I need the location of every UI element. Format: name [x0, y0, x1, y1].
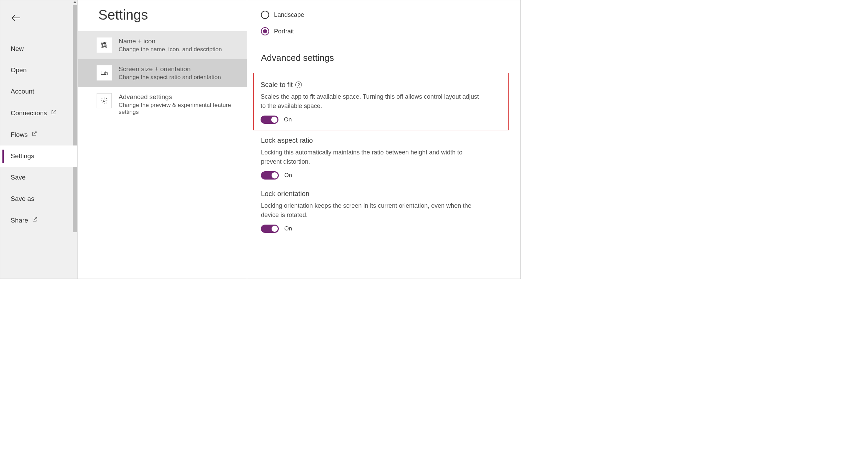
orientation-radio-group: Landscape Portrait — [261, 11, 507, 35]
category-desc: Change the preview & experimental featur… — [119, 102, 237, 116]
detail-panel: Landscape Portrait Advanced settings Sca… — [247, 0, 520, 279]
sidebar-item-label: Connections — [11, 109, 47, 117]
highlight-box: Scale to fit ? Scales the app to fit ava… — [253, 73, 509, 130]
sidebar-item-share[interactable]: Share — [0, 209, 77, 231]
sidebar-item-save[interactable]: Save — [0, 167, 77, 188]
toggle-lock-aspect[interactable] — [261, 171, 279, 180]
sidebar-item-open[interactable]: Open — [0, 60, 77, 81]
page-title: Settings — [78, 0, 247, 31]
setting-desc: Locking this automatically maintains the… — [261, 148, 484, 166]
name-icon-icon — [97, 37, 112, 53]
category-title: Advanced settings — [119, 93, 237, 101]
radio-label: Portrait — [274, 28, 294, 35]
help-icon[interactable]: ? — [295, 82, 302, 88]
toggle-state-label: On — [284, 116, 292, 123]
sidebar-item-label: New — [11, 45, 24, 53]
category-screen-size[interactable]: Screen size + orientation Change the asp… — [78, 59, 247, 87]
category-desc: Change the name, icon, and description — [119, 46, 222, 53]
setting-lock-orientation: Lock orientation Locking orientation kee… — [261, 190, 507, 233]
radio-landscape[interactable]: Landscape — [261, 11, 507, 19]
sidebar-item-account[interactable]: Account — [0, 81, 77, 102]
sidebar-item-label: Share — [11, 217, 28, 224]
category-name-icon[interactable]: Name + icon Change the name, icon, and d… — [78, 31, 247, 59]
sidebar-item-label: Settings — [11, 152, 34, 160]
settings-category-panel: Settings Name + icon Change the name, ic… — [78, 0, 247, 279]
external-link-icon — [32, 216, 38, 224]
sidebar-item-label: Open — [11, 66, 26, 74]
radio-portrait[interactable]: Portrait — [261, 27, 507, 35]
sidebar-item-label: Flows — [11, 131, 28, 139]
gear-icon — [97, 93, 112, 108]
setting-title: Scale to fit — [261, 81, 293, 89]
setting-lock-aspect: Lock aspect ratio Locking this automatic… — [261, 137, 507, 180]
setting-scale-to-fit: Scale to fit ? Scales the app to fit ava… — [261, 81, 502, 124]
setting-title: Lock orientation — [261, 190, 309, 198]
toggle-state-label: On — [284, 172, 292, 179]
category-title: Name + icon — [119, 37, 222, 45]
sidebar-item-label: Account — [11, 88, 34, 95]
sidebar-item-settings[interactable]: Settings — [0, 145, 77, 167]
setting-title: Lock aspect ratio — [261, 137, 313, 144]
category-desc: Change the aspect ratio and orientation — [119, 74, 221, 81]
arrow-left-icon — [11, 12, 22, 23]
setting-desc: Locking orientation keeps the screen in … — [261, 201, 484, 220]
scroll-up-icon[interactable] — [73, 1, 77, 3]
sidebar-item-new[interactable]: New — [0, 38, 77, 60]
category-title: Screen size + orientation — [119, 65, 221, 73]
toggle-state-label: On — [284, 225, 292, 232]
toggle-scale-to-fit[interactable] — [261, 116, 278, 124]
sidebar: New Open Account Connections Flows Setti… — [0, 0, 78, 279]
sidebar-item-label: Save — [11, 174, 25, 181]
external-link-icon — [51, 109, 57, 117]
category-advanced[interactable]: Advanced settings Change the preview & e… — [78, 87, 247, 122]
setting-desc: Scales the app to fit available space. T… — [261, 92, 484, 111]
sidebar-item-label: Save as — [11, 195, 34, 203]
radio-label: Landscape — [274, 11, 304, 19]
external-link-icon — [31, 131, 37, 139]
radio-icon — [261, 27, 269, 35]
sidebar-item-flows[interactable]: Flows — [0, 124, 77, 145]
sidebar-item-connections[interactable]: Connections — [0, 102, 77, 124]
svg-point-4 — [103, 100, 105, 102]
radio-icon — [261, 11, 269, 19]
advanced-heading: Advanced settings — [261, 53, 507, 63]
toggle-lock-orientation[interactable] — [261, 225, 279, 233]
sidebar-item-save-as[interactable]: Save as — [0, 188, 77, 209]
screen-size-icon — [97, 65, 112, 80]
back-button[interactable] — [0, 12, 77, 38]
